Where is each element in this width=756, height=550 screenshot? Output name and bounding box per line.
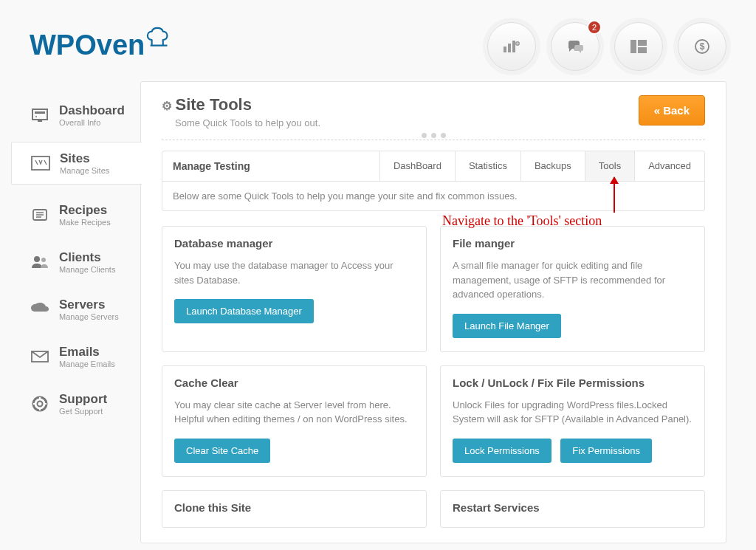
nav-label: Support	[59, 392, 107, 407]
page-title: Site Tools	[162, 95, 320, 114]
separator-dots	[411, 133, 456, 138]
svg-rect-7	[638, 47, 647, 53]
page-subtitle: Some Quick Tools to help you out.	[175, 117, 320, 128]
nav-sub: Overall Info	[59, 118, 125, 127]
sidebar-item-emails[interactable]: EmailsManage Emails	[30, 345, 140, 368]
header: WPOven $ 2 $	[0, 0, 756, 81]
svg-rect-12	[38, 120, 42, 122]
tool-desc: You may use the database manager to Acce…	[174, 258, 414, 287]
nav-sub: Manage Clients	[59, 265, 115, 274]
tab-backups[interactable]: Backups	[520, 151, 585, 181]
tools-grid: Database manager You may use the databas…	[162, 226, 705, 528]
clients-icon	[30, 250, 50, 274]
finance-icon[interactable]: $	[487, 22, 536, 71]
launch-file-button[interactable]: Launch File Manger	[453, 314, 561, 338]
svg-rect-6	[638, 40, 647, 46]
nav-label: Emails	[59, 345, 115, 360]
nav-label: Recipes	[59, 203, 111, 218]
svg-rect-1	[508, 44, 511, 52]
notification-badge: 2	[587, 20, 602, 35]
nav-label: Servers	[59, 298, 119, 312]
svg-rect-0	[504, 47, 506, 52]
launch-db-button[interactable]: Launch Database Manager	[174, 299, 314, 323]
sidebar-item-clients[interactable]: ClientsManage Clients	[30, 250, 140, 274]
header-actions: $ 2 $	[487, 7, 726, 71]
svg-rect-10	[32, 109, 47, 120]
tool-desc: A small file manager for quick editing a…	[453, 258, 693, 302]
site-label: Manage Testing	[162, 151, 379, 181]
sidebar-item-servers[interactable]: ServersManage Servers	[30, 298, 140, 321]
sidebar-item-dashboard[interactable]: DashboardOverall Info	[30, 103, 140, 127]
nav-sub: Make Recipes	[59, 218, 111, 227]
emails-icon	[30, 345, 50, 368]
svg-rect-11	[35, 111, 45, 114]
layout-icon[interactable]	[614, 22, 663, 71]
brand-text: WPOven	[30, 30, 145, 61]
tool-title: Database manager	[174, 237, 414, 250]
tool-cache-clear: Cache Clear You may clear site cache at …	[162, 365, 427, 477]
tool-desc: Unlock Files for upgrading WordPress fil…	[453, 398, 693, 427]
nav-sub: Manage Servers	[59, 312, 119, 321]
svg-point-13	[35, 116, 37, 117]
tool-restart-services: Restart Services	[440, 490, 705, 528]
tab-dashboard[interactable]: DashBoard	[379, 151, 455, 181]
clear-cache-button[interactable]: Clear Site Cache	[174, 439, 270, 463]
recipes-icon	[30, 203, 50, 227]
tool-title: Lock / UnLock / Fix File Permissions	[453, 377, 693, 389]
servers-icon	[30, 298, 50, 321]
svg-point-16	[34, 256, 40, 262]
nav-label: Sites	[60, 151, 109, 166]
site-tabs: Manage Testing DashBoard Statistics Back…	[162, 151, 705, 211]
tab-statistics[interactable]: Statistics	[455, 151, 520, 181]
tool-title: Clone this Site	[174, 501, 414, 514]
tool-file-manager: File manger A small file manager for qui…	[440, 226, 705, 352]
support-icon	[30, 392, 50, 416]
tool-desc: You may clear site cache at Server level…	[174, 398, 414, 427]
billing-icon[interactable]: $	[678, 22, 726, 71]
nav-label: Dashboard	[59, 103, 125, 118]
fix-perm-button[interactable]: Fix Permissions	[560, 439, 652, 463]
lock-perm-button[interactable]: Lock Permissions	[453, 439, 551, 463]
svg-point-17	[41, 258, 46, 262]
sites-icon	[30, 151, 51, 175]
svg-text:$: $	[700, 41, 705, 52]
tool-database-manager: Database manager You may use the databas…	[162, 226, 427, 352]
chef-hat-icon	[146, 23, 174, 45]
tab-tools[interactable]: Tools	[585, 151, 634, 181]
messages-icon[interactable]: 2	[551, 22, 599, 71]
svg-rect-2	[512, 41, 515, 52]
nav-sub: Manage Sites	[60, 166, 109, 175]
tool-clone-site: Clone this Site	[162, 490, 427, 528]
tool-title: Cache Clear	[174, 377, 414, 389]
nav-label: Clients	[59, 250, 115, 265]
brand-logo: WPOven	[30, 7, 173, 61]
tool-title: Restart Services	[453, 501, 693, 514]
svg-rect-5	[630, 40, 636, 53]
sidebar-item-sites[interactable]: SitesManage Sites	[11, 142, 142, 185]
tool-permissions: Lock / UnLock / Fix File Permissions Unl…	[440, 365, 705, 477]
nav-sub: Get Support	[59, 407, 107, 416]
nav-sub: Manage Emails	[59, 360, 115, 368]
sidebar-item-support[interactable]: SupportGet Support	[30, 392, 140, 416]
sidebar: DashboardOverall Info SitesManage Sites …	[0, 81, 140, 543]
svg-point-20	[38, 402, 43, 407]
back-button[interactable]: Back	[639, 95, 705, 126]
tab-description: Below are some Quick Tools to help you m…	[162, 181, 704, 210]
tab-advanced[interactable]: Advanced	[634, 151, 704, 181]
tool-title: File manger	[453, 237, 693, 250]
main-panel: Site Tools Some Quick Tools to help you …	[140, 81, 726, 543]
sidebar-item-recipes[interactable]: RecipesMake Recipes	[30, 203, 140, 227]
dashboard-icon	[30, 103, 50, 127]
